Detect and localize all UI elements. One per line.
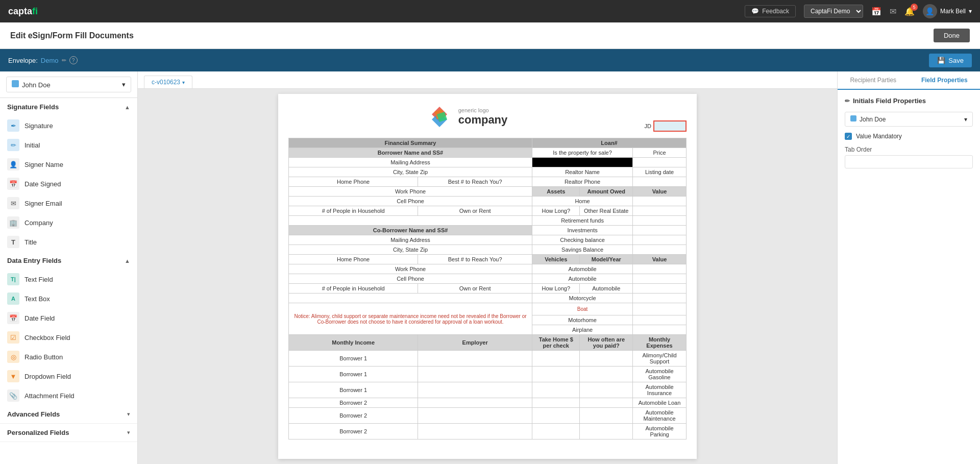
table-header-financial: Financial Summary — [289, 138, 532, 148]
field-item-initial[interactable]: ✏ Initial — [0, 135, 137, 155]
inc-row5-2 — [418, 408, 532, 424]
signer-chevron-icon: ▾ — [122, 81, 126, 88]
data-entry-fields-header[interactable]: Data Entry Fields ▲ — [0, 252, 137, 270]
co-city: City, State Zip — [289, 245, 532, 255]
inc-row5-5: Automobile Maintenance — [633, 408, 687, 424]
dropdown-label: Dropdown Field — [24, 373, 71, 380]
done-button[interactable]: Done — [934, 29, 970, 42]
date-field-icon: 📅 — [7, 312, 19, 324]
co-people: # of People in Household — [289, 284, 418, 294]
retirement-funds: Retirement funds — [532, 216, 633, 226]
signature-fields-title: Signature Fields — [7, 103, 59, 111]
signer-dot — [12, 80, 19, 87]
company-select[interactable]: CaptaFi Demo — [804, 5, 863, 18]
field-item-date-signed[interactable]: 📅 Date Signed — [0, 174, 137, 193]
save-button[interactable]: 💾 Save — [929, 54, 972, 67]
title-icon: T — [7, 236, 19, 248]
envelope-text: Envelope: — [8, 57, 38, 64]
inc-row5-4 — [580, 408, 633, 424]
inc-row6-4 — [580, 424, 633, 439]
panel-section-title: ✏ Initials Field Properties — [845, 97, 973, 105]
inc-row3-4 — [580, 382, 633, 398]
feedback-icon: 💬 — [751, 8, 759, 15]
data-entry-fields-title: Data Entry Fields — [7, 257, 61, 264]
inc-row4-5: Automobile Loan — [633, 398, 687, 408]
field-item-checkbox[interactable]: ☑ Checkbox Field — [0, 328, 137, 347]
savings: Savings Balance — [532, 245, 633, 255]
inc-row2-1: Borrower 1 — [289, 367, 418, 382]
field-item-company[interactable]: 🏢 Company — [0, 213, 137, 232]
envelope-help-icon[interactable]: ? — [69, 56, 78, 64]
assets: Assets — [532, 187, 580, 197]
mailing-address: Mailing Address — [289, 158, 532, 167]
date-signed-icon: 📅 — [7, 178, 19, 190]
logo-sub: generic logo — [458, 107, 508, 113]
doc-tab-1[interactable]: c-v010623 ▾ — [144, 76, 192, 88]
empty — [633, 226, 687, 235]
doc-viewport[interactable]: JD generic logo — [138, 89, 837, 464]
email-icon[interactable]: ✉ — [890, 7, 896, 16]
feedback-button[interactable]: 💬 Feedback — [745, 5, 796, 17]
field-item-signer-email[interactable]: ✉ Signer Email — [0, 193, 137, 213]
initials-field-container[interactable]: JD — [645, 120, 687, 132]
realtor-name: Realtor Name — [532, 167, 633, 177]
title-label: Title — [24, 238, 37, 246]
howoften-h: How often are you paid? — [580, 335, 633, 351]
signer-name-icon: 👤 — [7, 158, 19, 170]
signature-fields-header[interactable]: Signature Fields ▲ — [0, 98, 137, 116]
envelope-edit-icon[interactable]: ✏ — [62, 57, 66, 64]
co-how-long: How Long? — [532, 284, 580, 294]
inc-row2-4 — [580, 367, 633, 382]
amount-owed: Amount Owed — [580, 187, 633, 197]
personalized-fields-header[interactable]: Personalized Fields ▾ — [0, 424, 137, 442]
field-item-dropdown[interactable]: ▼ Dropdown Field — [0, 367, 137, 386]
vehicles: Vehicles — [532, 255, 580, 264]
user-menu[interactable]: 👤 Mark Bell ▾ — [923, 4, 972, 18]
signer-email-icon: ✉ — [7, 197, 19, 209]
empty — [633, 177, 687, 187]
field-item-date-field[interactable]: 📅 Date Field — [0, 308, 137, 328]
signature-label: Signature — [24, 122, 53, 130]
airplane: Airplane — [532, 325, 633, 335]
field-item-signer-name[interactable]: 👤 Signer Name — [0, 155, 137, 174]
value-mandatory-checkbox[interactable]: ✓ — [845, 133, 852, 140]
personalized-chevron: ▾ — [127, 429, 130, 436]
home-asset: Home — [532, 197, 633, 206]
field-item-text-box[interactable]: A Text Box — [0, 289, 137, 308]
co-borrower: Co-Borrower Name and SS# — [289, 226, 532, 235]
co-own-rent: Own or Rent — [418, 284, 532, 294]
empty — [633, 245, 687, 255]
advanced-fields-header[interactable]: Advanced Fields ▾ — [0, 405, 137, 424]
cell-phone: Cell Phone — [289, 197, 532, 206]
panel-chevron-icon: ▾ — [964, 116, 967, 123]
empty — [633, 216, 687, 226]
tab-recipient-parties[interactable]: Recipient Parties — [838, 71, 909, 90]
field-item-signature[interactable]: ✒ Signature — [0, 116, 137, 135]
signer-select[interactable]: John Doe ▾ — [6, 77, 131, 92]
field-item-text-field[interactable]: T| Text Field — [0, 270, 137, 289]
inc-row1-4 — [580, 351, 633, 367]
field-item-radio[interactable]: ◎ Radio Button — [0, 347, 137, 367]
initials-field-box[interactable] — [653, 120, 687, 132]
monthly-income-h: Monthly Income — [289, 335, 418, 351]
black-cell — [532, 158, 633, 167]
panel-signer-name: John Doe — [860, 116, 886, 123]
calendar-icon[interactable]: 📅 — [871, 7, 881, 16]
signer-name: John Doe — [22, 81, 51, 89]
right-panel: Recipient Parties Field Properties ✏ Ini… — [837, 71, 980, 464]
value-mandatory-row: ✓ Value Mandatory — [845, 133, 973, 140]
panel-signer-select[interactable]: John Doe ▾ — [845, 112, 973, 127]
price-header: Price — [633, 148, 687, 158]
field-item-attachment[interactable]: 📎 Attachment Field — [0, 386, 137, 405]
notification-icon[interactable]: 🔔 5 — [904, 7, 915, 16]
motorhome: Motorhome — [532, 315, 633, 325]
inc-row5-1: Borrower 2 — [289, 408, 418, 424]
field-item-title[interactable]: T Title — [0, 232, 137, 252]
home-phone: Home Phone — [289, 177, 418, 187]
tab-field-properties[interactable]: Field Properties — [909, 71, 981, 90]
signature-fields-chevron: ▲ — [125, 104, 130, 110]
text-field-icon: T| — [7, 273, 19, 285]
city-state: City, State Zip — [289, 167, 532, 177]
right-panel-tabs: Recipient Parties Field Properties — [838, 71, 980, 90]
tab-order-input[interactable] — [845, 155, 973, 168]
